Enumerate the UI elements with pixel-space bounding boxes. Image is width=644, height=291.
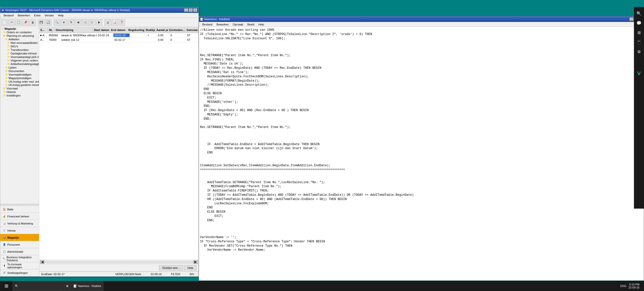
charm-settings[interactable]: ⚙ [635,48,643,55]
maximize-button[interactable]: □ [189,8,193,12]
sidebar-item-voorraadinstel[interactable]: 📁 Voorraadinstallgen [0,73,39,76]
toolbar-filter[interactable]: ▼ [61,19,67,26]
nav-btn-inkoop[interactable]: 🛒 Inkoop [0,227,39,234]
nav-btn-balie[interactable]: 🏠 Balie [0,206,39,213]
taskbar-nav[interactable]: 🖥 [63,281,71,291]
col-header-end[interactable]: End datum [110,28,127,32]
sidebar-item-artikelen[interactable]: 📁 Artikelen [0,38,39,41]
sidebar-item-uitinslag2[interactable]: 📁 Uit-/inslag goederen meerdere ord... [0,83,39,87]
toolbar-delete[interactable]: 🗑 [29,19,36,26]
menu-venster[interactable]: Venster [43,14,56,17]
charm-devices[interactable]: 📱 [635,38,643,46]
sidebar-item-voorraad[interactable]: 📁 Voorraad [0,87,39,90]
notepad-minimize[interactable]: _ [629,17,633,21]
taskbar-notepad[interactable]: 📝 Naamloos - Kladblok [71,281,103,291]
col-header-sn[interactable]: S... [39,28,48,32]
sidebar-item-instellingen[interactable]: 📁 Instellingen [0,94,39,97]
sidebar-item-vrijgeven[interactable]: 📁 Vrijgeven prod.-orders [0,59,39,62]
close-button[interactable]: × [193,8,197,12]
toolbar-save[interactable]: 💾 [38,19,45,26]
toolbar-sort[interactable]: ⇅ [68,19,74,26]
col-header-korting[interactable]: Regekorting % [127,28,144,32]
nav-btn-bis[interactable]: 🔧 Business Integration Solutions [0,255,39,262]
notepad-menu-bewerken[interactable]: Bewerken [214,23,231,26]
sidebar-item-uitinslag1[interactable]: 📁 Uit-/inslag order voor order [0,80,39,83]
col-header-aantal[interactable]: Aantal per [155,28,168,32]
sidebar-item-planning[interactable]: 📂 Planning en uitvoering [0,34,39,38]
sidebar-item-niet-voorraad[interactable]: 📁 Niet-voorraadartikelen [0,41,39,45]
col-header-nr-label[interactable]: Nr. [48,28,55,32]
start-button[interactable]: ⊞ [0,281,13,291]
col-header-desc[interactable]: Omschrijving [55,28,93,32]
toolbar-chart[interactable]: 📊 [111,19,118,26]
col-header-stuklijst[interactable]: Stuklijst [144,28,155,32]
col-header-eenheden[interactable]: Eenheden... [168,28,185,32]
charm-extra1[interactable]: V [635,70,643,77]
charm-start[interactable]: ⊞ [635,29,643,36]
nav-btn-toincrease[interactable]: ⬆ To-Increase oplossingen [0,262,39,269]
toolbar-refresh[interactable]: 🔄 [45,19,52,26]
help-button[interactable]: Help [184,265,196,270]
sidebar-item-magazijn[interactable]: 📁 Magazijn [0,27,39,30]
col-header-start[interactable]: Start datum [93,28,110,32]
notepad-menu-bestand[interactable]: Bestand [200,23,214,26]
nav-btn-admin[interactable]: 📋 Administratie [0,248,39,255]
nav-btn-personeel[interactable]: 👤 Personeel [0,241,39,248]
status-user: VERPLOEGEN:Niels [113,273,143,276]
charm-search[interactable]: 🔍 [635,10,643,17]
toolbar-copy[interactable]: 📋 [15,19,22,26]
row2-arrow: A... [39,38,48,42]
sidebar-item-orders[interactable]: 📁 Orders en contacten [0,30,39,34]
toolbar-paste[interactable]: 📌 [22,19,29,26]
notepad-content[interactable]: //Alleen voor Korado een korting van 100… [199,27,644,280]
toolbar-b4[interactable]: ▶ [96,19,102,26]
menu-bestand[interactable]: Bestand [2,14,16,17]
sidebar-item-lijsten[interactable]: 📁 Lijsten [0,66,39,69]
folder-icon: 📁 [3,87,6,90]
charm-share[interactable]: 💬 [635,19,643,27]
nav-window: 🖥 Verploegen TEST - Microsoft Dynamics N… [0,7,199,277]
sidebar-item-skus[interactable]: 📁 SKU's [0,45,39,48]
table-row[interactable]: A... 70000 soldeer sok 12 02-02-17 0.00 … [39,38,198,42]
sidebar-item-magazijninstel[interactable]: 📁 Magazijninstallgen [0,76,39,80]
code-editor[interactable]: //Alleen voor Korado een korting van 100… [199,27,644,253]
sidebar-item-documenten[interactable]: 📁 Documenten [0,69,39,73]
nav-btn-snelkoppelingen[interactable]: 🔗 Snelkoppelingen [0,269,39,276]
nav-btn-magazijn[interactable]: 📦 Magazijn [0,234,39,241]
sidebar-item-artikelherin[interactable]: 📁 Artikelherindelingsdagboeken [0,62,39,66]
toolbar-new[interactable]: 📄 [1,19,8,26]
sidebar-item-voorraadopslag[interactable]: 📁 Voorraadopslag/-pick maken [0,55,39,59]
notepad-menu-beeld[interactable]: Beeld [245,23,256,26]
minimize-button[interactable]: _ [184,8,188,12]
sidebar-item-opslaglocatie[interactable]: 📁 Opslaglocatie-inhoud [0,52,39,55]
nav-btn-verkoop[interactable]: 📊 Verkoop & Marketing [0,220,39,227]
scroll-left-btn[interactable]: ◀ [40,260,44,264]
menu-help[interactable]: Help [56,14,66,17]
toolbar-help[interactable]: ❓ [118,19,125,26]
toolbar-find[interactable]: 🔍 [54,19,60,26]
stuklijst-button[interactable]: Stuklijst wee... [159,265,183,270]
taskbar-search[interactable]: 🔍 [13,281,63,291]
taskbar-search-text: 🔍 [15,284,18,288]
menu-extra[interactable]: Extra [32,14,43,17]
toolbar-print[interactable]: 🖨 [104,19,111,26]
horizontal-scrollbar[interactable]: ◀ ▶ [39,260,198,264]
sidebar-resize-handle[interactable]: · · · · · [0,204,39,206]
nav-btn-financieel[interactable]: 💰 Financieel beheer [0,213,39,220]
sidebar-item-transferorders[interactable]: 📁 Transferorders [0,48,39,52]
toolbar-b3[interactable]: ▷ [89,19,95,26]
status-date: 22-09-16 [149,273,164,276]
toolbar-b2[interactable]: ◁ [82,19,88,26]
taskbar-tray: ENG 5:10 PM 22-09-16 [620,283,644,289]
col-header-gest[interactable]: Geinstal... [185,28,198,32]
menu-bewerken[interactable]: Bewerken [16,14,32,17]
notepad-menu-help[interactable]: Help [256,23,266,26]
nav-title: Verploegen TEST - Microsoft Dynamics NAV… [5,9,184,12]
toolbar-b1[interactable]: ◀ [75,19,81,26]
sidebar-item-historie[interactable]: 📁 Historie [0,90,39,94]
table-row[interactable]: ▶ A... 956066 ideaal st. f963090aa uitlo… [39,33,198,38]
scroll-right-btn[interactable]: ▶ [193,260,197,264]
notepad-menu-opmaak[interactable]: Opmaak [231,23,245,26]
toolbar-cut[interactable]: ✂ [8,19,15,26]
scroll-track[interactable] [44,261,193,263]
